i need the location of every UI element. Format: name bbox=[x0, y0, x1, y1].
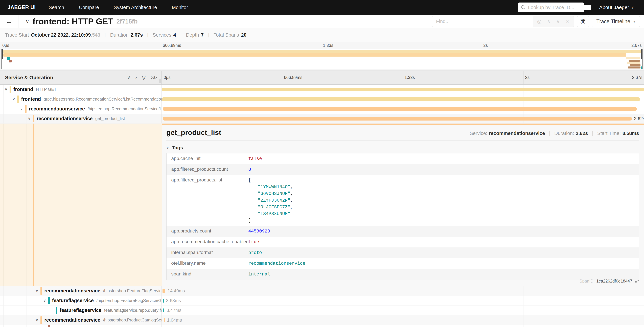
span-row[interactable]: ∨recommendationservice/hipstershop.Featu… bbox=[0, 286, 644, 296]
minimap-span-bar bbox=[630, 64, 640, 66]
trace-lookup-input[interactable] bbox=[528, 5, 591, 10]
tag-row[interactable]: app.products.count44530923 bbox=[166, 226, 639, 237]
tag-row[interactable]: app.filtered_products.list["1YMWWN1N4O",… bbox=[166, 175, 639, 226]
expand-all-icon[interactable]: ⋙ bbox=[151, 75, 157, 80]
span-timeline-cell[interactable]: 3.47ms bbox=[162, 306, 644, 315]
array-close-bracket: ] bbox=[248, 217, 293, 224]
keyboard-shortcuts-button[interactable]: ⌘ bbox=[577, 16, 589, 27]
span-duration-bar[interactable] bbox=[167, 325, 167, 327]
span-row[interactable]: ∨recommendationservice/hipstershop.Produ… bbox=[0, 315, 644, 325]
chevron-down-icon[interactable]: ∨ bbox=[34, 288, 40, 293]
tag-row[interactable]: app.filtered_products.count8 bbox=[166, 164, 639, 175]
trace-view-label: Trace Timeline bbox=[596, 18, 630, 24]
span-timeline-cell[interactable] bbox=[162, 84, 644, 94]
column-resizer-handle[interactable] bbox=[159, 79, 160, 83]
minimap-right-handle[interactable] bbox=[641, 49, 642, 59]
span-detail-titlebar: get_product_list Service:recommendations… bbox=[166, 128, 639, 137]
minimap-span-bar bbox=[7, 57, 10, 60]
tag-row[interactable]: app.recommendation.cache_enabledtrue bbox=[166, 237, 639, 248]
span-row[interactable]: ∨recommendationservice/hipstershop.Recom… bbox=[0, 104, 644, 114]
separator: | bbox=[592, 130, 593, 136]
chevron-down-icon[interactable]: ∨ bbox=[19, 106, 24, 111]
nav-item-compare[interactable]: Compare bbox=[79, 5, 99, 10]
span-timeline-cell[interactable]: 14.49ms bbox=[162, 286, 644, 296]
trace-lookup-box[interactable] bbox=[518, 2, 584, 12]
chevron-down-icon[interactable]: ∨ bbox=[42, 298, 47, 303]
span-duration-bar[interactable] bbox=[163, 299, 164, 303]
top-nav: JAEGER UI Search Compare System Architec… bbox=[0, 0, 644, 15]
span-color-bar bbox=[25, 105, 26, 113]
array-item-comma: , bbox=[290, 198, 293, 203]
chevron-down-icon[interactable]: ∨ bbox=[3, 87, 9, 92]
tags-section-toggle[interactable]: ∨ Tags bbox=[166, 145, 639, 150]
prev-match-icon[interactable]: ∧ bbox=[544, 18, 553, 24]
copy-link-icon[interactable] bbox=[634, 279, 639, 284]
minimap-span-bar bbox=[3, 54, 626, 56]
nav-item-system-architecture[interactable]: System Architecture bbox=[114, 5, 157, 10]
tag-key: otel.library.name bbox=[166, 260, 248, 266]
expand-one-icon[interactable]: › bbox=[135, 75, 137, 80]
trace-title: frontend: HTTP GET bbox=[32, 16, 113, 26]
separator: | bbox=[180, 32, 182, 38]
tag-value-text: false bbox=[248, 156, 262, 161]
span-operation-title: get_product_list bbox=[166, 128, 221, 137]
minimap-canvas[interactable] bbox=[1, 49, 643, 69]
brand-jaeger-ui[interactable]: JAEGER UI bbox=[8, 4, 36, 10]
find-input[interactable] bbox=[432, 16, 533, 27]
nav-item-monitor[interactable]: Monitor bbox=[172, 5, 188, 10]
tag-key: span.kind bbox=[166, 271, 248, 277]
span-timeline-cell[interactable] bbox=[162, 94, 644, 104]
span-duration-bar[interactable] bbox=[162, 97, 640, 101]
nav-item-search[interactable]: Search bbox=[49, 5, 64, 10]
minimap-span-bar bbox=[629, 60, 640, 62]
span-detail-row: get_product_list Service:recommendations… bbox=[0, 124, 644, 286]
trace-collapse-chevron-icon[interactable]: ∨ bbox=[26, 18, 29, 24]
clear-find-icon[interactable]: × bbox=[563, 19, 572, 24]
about-jaeger-label: About Jaeger bbox=[599, 4, 629, 10]
span-row[interactable]: ∨frontendHTTP GET bbox=[0, 84, 644, 94]
span-row[interactable]: ∨ bbox=[0, 325, 644, 327]
tag-value: true bbox=[248, 239, 259, 246]
collapse-one-icon[interactable]: ∨ bbox=[127, 75, 130, 80]
span-duration-bar[interactable] bbox=[162, 88, 644, 91]
span-row[interactable]: ∨featureflagservicefeatureflagservice.re… bbox=[0, 306, 644, 315]
tag-row[interactable]: otel.library.namerecommendationservice bbox=[166, 258, 639, 269]
tag-key: internal.span.format bbox=[166, 250, 248, 255]
span-id-value: 1ca2262df0e18447 bbox=[596, 279, 632, 284]
focus-match-icon[interactable]: ◎ bbox=[534, 18, 544, 24]
minimap-time-labels: 0μs 666.89ms 1.33s 2s 2.67s bbox=[1, 43, 643, 49]
span-timeline-cell[interactable]: 1.04ms bbox=[162, 315, 644, 325]
span-timeline-cell[interactable] bbox=[162, 325, 644, 327]
span-duration-bar[interactable] bbox=[162, 289, 165, 293]
next-match-icon[interactable]: ∨ bbox=[553, 18, 563, 24]
chevron-down-icon[interactable]: ∨ bbox=[26, 116, 32, 121]
chevron-down-icon[interactable]: ∨ bbox=[34, 318, 40, 322]
span-timeline-cell[interactable]: 3.68ms bbox=[162, 296, 644, 305]
span-duration-bar[interactable] bbox=[163, 117, 632, 120]
span-service-name: featureflagservice bbox=[60, 308, 102, 313]
tag-row[interactable]: internal.span.formatproto bbox=[166, 248, 639, 258]
minimap-span-bar bbox=[9, 60, 12, 62]
chevron-down-icon[interactable]: ∨ bbox=[11, 97, 16, 102]
span-row[interactable]: ∨featureflagservice/hipstershop.FeatureF… bbox=[0, 296, 644, 306]
about-jaeger-menu[interactable]: About Jaeger ∨ bbox=[599, 4, 634, 10]
array-item-string: "66VCHSJNUP" bbox=[258, 191, 290, 196]
array-item: "1YMWWN1N4O", bbox=[248, 184, 293, 190]
total-spans-value: 20 bbox=[241, 32, 246, 38]
span-duration-bar[interactable] bbox=[163, 107, 637, 111]
span-timeline-cell[interactable] bbox=[162, 104, 644, 114]
back-button[interactable]: ← bbox=[0, 15, 18, 28]
span-name-column: ∨recommendationservice/hipstershop.Produ… bbox=[0, 315, 162, 325]
tag-row[interactable]: app.cache_hitfalse bbox=[166, 154, 639, 164]
tag-row[interactable]: span.kindinternal bbox=[166, 269, 639, 280]
chevron-down-icon: ∨ bbox=[632, 5, 634, 10]
span-timeline-cell[interactable]: 2.62s bbox=[162, 114, 644, 124]
span-duration-bar[interactable] bbox=[164, 318, 165, 322]
collapse-all-icon[interactable]: ⋁ bbox=[142, 75, 146, 80]
span-operation-name: featureflagservice.repo.query:fe... bbox=[104, 308, 162, 313]
span-duration-bar[interactable] bbox=[163, 308, 164, 312]
trace-view-selector[interactable]: Trace Timeline ∨ bbox=[592, 16, 640, 27]
span-row[interactable]: ∨recommendationserviceget_product_list2.… bbox=[0, 114, 644, 124]
span-row[interactable]: ∨frontendgrpc.hipstershop.Recommendation… bbox=[0, 94, 644, 104]
minimap-left-handle[interactable] bbox=[2, 49, 3, 59]
